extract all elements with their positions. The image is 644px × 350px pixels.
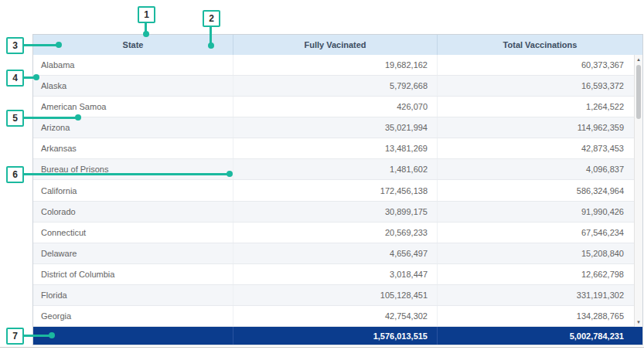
table-rows: Alabama 19,682,162 60,373,367 Alaska 5,7… [33, 55, 642, 327]
annotation-dot-7 [49, 332, 55, 338]
cell-fully-vaccinated: 30,899,175 [233, 202, 438, 222]
totals-row: 1,576,013,515 5,002,784,231 [33, 327, 642, 345]
annotation-line-6 [22, 173, 230, 175]
column-header-state[interactable]: State [33, 35, 233, 55]
cell-state: Florida [33, 285, 233, 305]
totals-total-vaccinations: 5,002,784,231 [438, 327, 642, 345]
cell-state: Delaware [33, 243, 233, 263]
table-row[interactable]: California 172,456,138 586,324,964 [33, 180, 642, 201]
cell-fully-vaccinated: 105,128,451 [233, 285, 438, 305]
totals-state-cell [33, 327, 233, 345]
annotation-badge-3: 3 [6, 37, 24, 54]
cell-fully-vaccinated: 3,018,447 [233, 264, 438, 284]
annotation-label: 2 [209, 13, 214, 24]
cell-fully-vaccinated: 20,569,233 [233, 223, 438, 243]
totals-fully-vaccinated: 1,576,013,515 [233, 327, 438, 345]
cell-state: American Samoa [33, 97, 233, 117]
cell-fully-vaccinated: 42,754,302 [233, 306, 438, 326]
table-row[interactable]: Alabama 19,682,162 60,373,367 [33, 55, 642, 76]
cell-total-vaccinations: 91,990,426 [438, 202, 642, 222]
cell-total-vaccinations: 42,873,453 [438, 138, 642, 158]
table-row[interactable]: Arizona 35,021,994 114,962,359 [33, 117, 642, 138]
cell-state: District of Columbia [33, 264, 233, 284]
annotation-dot-3 [56, 42, 62, 48]
cell-total-vaccinations: 4,096,837 [438, 159, 642, 179]
annotation-badge-7: 7 [6, 328, 24, 345]
scroll-up-icon[interactable]: ▲ [635, 55, 642, 64]
vaccination-table: State Fully Vacinated Total Vaccinations… [32, 34, 643, 345]
annotation-dot-2 [208, 42, 214, 49]
column-header-total-vaccinations[interactable]: Total Vaccinations [438, 35, 642, 55]
cell-fully-vaccinated: 35,021,994 [233, 117, 438, 138]
cell-state: Connecticut [33, 223, 233, 243]
table-row[interactable]: Georgia 42,754,302 134,288,765 [33, 306, 642, 327]
cell-fully-vaccinated: 4,656,497 [233, 243, 438, 263]
annotation-dot-4 [33, 74, 39, 80]
annotation-label: 5 [12, 113, 18, 124]
annotation-label: 1 [144, 9, 149, 20]
annotation-line-2 [210, 27, 212, 44]
cell-fully-vaccinated: 13,481,269 [233, 138, 438, 158]
scroll-down-icon[interactable]: ▼ [635, 318, 642, 327]
annotation-badge-1: 1 [138, 6, 155, 23]
cell-state: Colorado [33, 202, 233, 222]
cell-state: Georgia [33, 306, 233, 326]
scrollbar-thumb[interactable] [636, 65, 641, 119]
table-row[interactable]: Bureau of Prisons 1,481,602 4,096,837 [33, 159, 642, 180]
annotation-dot-6 [227, 171, 233, 177]
cell-total-vaccinations: 12,662,798 [438, 264, 642, 284]
table-header-row: State Fully Vacinated Total Vaccinations [33, 35, 642, 55]
annotation-dot-5 [75, 114, 81, 121]
cell-total-vaccinations: 1,264,522 [438, 97, 642, 117]
cell-total-vaccinations: 60,373,367 [438, 55, 642, 75]
table-row[interactable]: Arkansas 13,481,269 42,873,453 [33, 138, 642, 159]
annotation-badge-6: 6 [6, 166, 24, 183]
table-row[interactable]: American Samoa 426,070 1,264,522 [33, 97, 642, 117]
cell-total-vaccinations: 15,208,840 [438, 243, 642, 263]
cell-state: Alaska [33, 76, 233, 96]
annotation-label: 3 [12, 40, 18, 51]
annotation-line-7 [22, 335, 52, 337]
cell-state: Arizona [33, 117, 233, 138]
table-row[interactable]: Connecticut 20,569,233 67,546,234 [33, 223, 642, 243]
annotation-line-3 [22, 44, 58, 46]
table-row[interactable]: District of Columbia 3,018,447 12,662,79… [33, 264, 642, 285]
cell-total-vaccinations: 16,593,372 [438, 76, 642, 96]
table-row[interactable]: Florida 105,128,451 331,191,302 [33, 285, 642, 306]
cell-fully-vaccinated: 19,682,162 [233, 55, 438, 75]
page-bottom-divider [0, 347, 644, 348]
cell-fully-vaccinated: 172,456,138 [233, 180, 438, 200]
annotation-badge-2: 2 [203, 10, 220, 27]
cell-state: Bureau of Prisons [33, 159, 233, 179]
cell-total-vaccinations: 331,191,302 [438, 285, 642, 305]
table-row[interactable]: Colorado 30,899,175 91,990,426 [33, 202, 642, 223]
cell-total-vaccinations: 114,962,359 [438, 117, 642, 138]
annotation-badge-5: 5 [6, 110, 24, 127]
annotation-dot-1 [143, 31, 149, 37]
cell-total-vaccinations: 134,288,765 [438, 306, 642, 326]
cell-fully-vaccinated: 426,070 [233, 97, 438, 117]
table-row[interactable]: Alaska 5,792,668 16,593,372 [33, 76, 642, 97]
annotated-table-screenshot: State Fully Vacinated Total Vaccinations… [0, 0, 644, 350]
cell-total-vaccinations: 67,546,234 [438, 223, 642, 243]
cell-fully-vaccinated: 1,481,602 [233, 159, 438, 179]
annotation-badge-4: 4 [6, 70, 24, 87]
cell-total-vaccinations: 586,324,964 [438, 180, 642, 200]
annotation-label: 4 [12, 73, 18, 83]
cell-fully-vaccinated: 5,792,668 [233, 76, 438, 96]
vertical-scrollbar[interactable]: ▲ ▼ [634, 55, 642, 327]
table-row[interactable]: Delaware 4,656,497 15,208,840 [33, 243, 642, 264]
annotation-label: 6 [12, 169, 18, 180]
table-body: Alabama 19,682,162 60,373,367 Alaska 5,7… [33, 55, 642, 327]
cell-state: Arkansas [33, 138, 233, 158]
annotation-line-5 [22, 117, 78, 119]
annotation-label: 7 [12, 331, 18, 342]
column-header-fully-vaccinated[interactable]: Fully Vacinated [233, 35, 438, 55]
cell-state: Alabama [33, 55, 233, 75]
cell-state: California [33, 180, 233, 200]
